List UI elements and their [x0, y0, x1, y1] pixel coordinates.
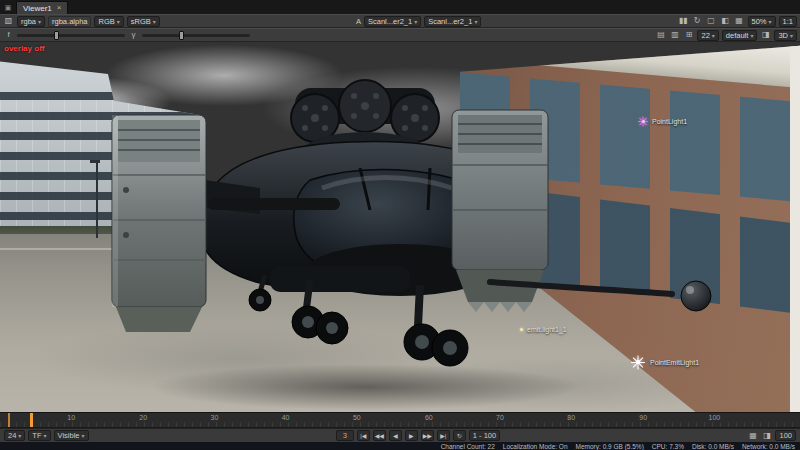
next-keyframe-button[interactable]: ▶▶ — [421, 430, 434, 441]
checker-icon[interactable]: ▦ — [747, 432, 758, 440]
gamma-icon[interactable]: γ — [128, 31, 139, 39]
viewer-process-select[interactable]: default ▾ — [722, 30, 758, 41]
frame-range-field[interactable]: 1 - 100 — [469, 430, 500, 441]
tool-b-icon[interactable]: ◨ — [760, 31, 771, 39]
prev-keyframe-button[interactable]: ◀◀ — [373, 430, 386, 441]
playhead[interactable] — [30, 413, 33, 427]
timeline-tick: 60 — [425, 414, 433, 421]
grid-icon[interactable]: ⊞ — [683, 31, 694, 39]
timeline-ruler[interactable]: 10 20 30 40 50 60 70 80 90 100 — [0, 412, 800, 428]
jump-end-button[interactable]: ▶| — [437, 430, 450, 441]
nuke-viewer-window: ▣ Viewer1 × ▧ rgba ▾ rgba.alpha RGB ▾ sR… — [0, 0, 800, 450]
chevron-down-icon: ▾ — [790, 32, 793, 39]
chevron-down-icon: ▾ — [153, 18, 156, 25]
gamma-slider-handle[interactable] — [179, 31, 184, 40]
alpha-channel-label[interactable]: rgba.alpha — [48, 16, 91, 27]
pixel-ratio-value: 1:1 — [783, 17, 793, 26]
downrez-value: 22 — [701, 31, 709, 40]
timeline-tick: 40 — [282, 414, 290, 421]
current-frame-field[interactable]: 3 — [336, 430, 354, 441]
timeline-range-select[interactable]: TF ▾ — [28, 430, 50, 441]
input-b-value: Scanl...er2_1 — [428, 17, 472, 26]
loop-mode-button[interactable]: ↻ — [453, 430, 466, 441]
input-a-badge: A — [356, 17, 361, 26]
timeline-tick: 90 — [639, 414, 647, 421]
visibility-select[interactable]: Visible ▾ — [54, 430, 89, 441]
timeline-tick: 30 — [210, 414, 218, 421]
point-light-widget-2[interactable]: PointEmitLight1 — [630, 354, 699, 370]
gamma-slider[interactable] — [142, 34, 250, 37]
display-mode-select[interactable]: RGB ▾ — [94, 16, 123, 27]
step-back-button[interactable]: ◀ — [389, 430, 402, 441]
right-building-pillar — [790, 42, 800, 412]
belly-pod — [270, 266, 410, 292]
colorspace-value: sRGB — [131, 17, 151, 26]
status-disk: Disk: 0.0 MB/s — [692, 443, 734, 450]
timeline-tick: 10 — [67, 414, 75, 421]
checker-icon[interactable]: ▦ — [734, 17, 745, 25]
chevron-down-icon: ▾ — [117, 18, 120, 25]
left-weapon-pod — [112, 115, 206, 332]
layer-select[interactable]: rgba ▾ — [17, 16, 45, 27]
pane-menu-icon[interactable]: ▣ — [2, 2, 14, 14]
timeline-tick: 20 — [139, 414, 147, 421]
chevron-down-icon: ▾ — [414, 18, 417, 25]
tool-b-icon[interactable]: ◨ — [761, 432, 772, 440]
timeline-filter-value: TF — [32, 431, 41, 440]
cannon-barrel — [208, 198, 340, 210]
pause-icon[interactable]: ▮▮ — [678, 17, 689, 25]
input-b-select[interactable]: Scanl...er2_1 ▾ — [424, 16, 481, 27]
current-frame-value: 3 — [343, 431, 347, 440]
chevron-down-icon: ▾ — [712, 32, 715, 39]
transport-bar: 24 ▾ TF ▾ Visible ▾ 3 |◀ ◀◀ ◀ ▶ ▶▶ ▶| ↻ … — [0, 428, 800, 442]
histogram-icon[interactable]: ▤ — [655, 31, 666, 39]
input-a-value: Scanl...er2_1 — [368, 17, 412, 26]
tab-label: Viewer1 — [23, 4, 52, 13]
gain-slider-handle[interactable] — [54, 31, 59, 40]
cache-amount-field[interactable]: 100 — [775, 430, 796, 441]
overlay-status-flag: overlay off — [4, 44, 44, 53]
zoom-select[interactable]: 50% ▾ — [748, 16, 776, 27]
chevron-down-icon: ▾ — [474, 18, 477, 25]
chevron-down-icon: ▾ — [750, 32, 753, 39]
downrez-select[interactable]: 22 ▾ — [697, 30, 718, 41]
view-mode-select[interactable]: 3D ▾ — [774, 30, 797, 41]
zebra-icon[interactable]: ▥ — [669, 31, 680, 39]
status-cpu: CPU: 7.3% — [652, 443, 684, 450]
viewer-process-value: default — [726, 31, 749, 40]
close-icon[interactable]: × — [57, 4, 62, 12]
light-label: emit.light1_1 — [527, 326, 567, 333]
input-a-select[interactable]: Scanl...er2_1 ▾ — [364, 16, 421, 27]
timeline-tick: 70 — [496, 414, 504, 421]
point-light-widget-1[interactable]: PointLight1 — [638, 116, 687, 126]
frame-range-value: 1 - 100 — [473, 431, 496, 440]
fps-select[interactable]: 24 ▾ — [4, 430, 25, 441]
point-light-icon — [638, 116, 648, 126]
refresh-icon[interactable]: ↻ — [692, 17, 703, 25]
gain-slider[interactable] — [17, 34, 125, 37]
light-label: PointLight1 — [652, 118, 687, 125]
tab-viewer1[interactable]: Viewer1 × — [16, 1, 68, 14]
light-label: PointEmitLight1 — [650, 359, 699, 366]
jump-start-button[interactable]: |◀ — [357, 430, 370, 441]
gain-icon[interactable]: f — [3, 31, 14, 39]
status-network: Network: 0.0 MB/s — [742, 443, 795, 450]
status-localization: Localization Mode: On — [503, 443, 568, 450]
chevron-down-icon: ▾ — [44, 432, 47, 439]
alpha-channel-value: rgba.alpha — [52, 17, 87, 26]
helicopter-model: 477 — [60, 60, 720, 412]
roi-icon[interactable]: ▢ — [706, 17, 717, 25]
pixel-ratio-button[interactable]: 1:1 — [779, 16, 797, 27]
probe-ball — [681, 281, 711, 311]
display-mode-value: RGB — [98, 17, 114, 26]
layer-menu-icon[interactable]: ▧ — [3, 17, 14, 25]
emit-light-widget[interactable]: emit.light1_1 — [520, 326, 567, 333]
play-button[interactable]: ▶ — [405, 430, 418, 441]
pod-bucket-teeth — [468, 302, 532, 312]
probe-ball-highlight — [686, 286, 694, 294]
wipe-icon[interactable]: ◧ — [720, 17, 731, 25]
viewer-3d-viewport[interactable]: 477 — [0, 42, 800, 412]
timeline-in-point[interactable] — [8, 413, 10, 427]
colorspace-select[interactable]: sRGB ▾ — [127, 16, 160, 27]
chevron-down-icon: ▾ — [38, 18, 41, 25]
